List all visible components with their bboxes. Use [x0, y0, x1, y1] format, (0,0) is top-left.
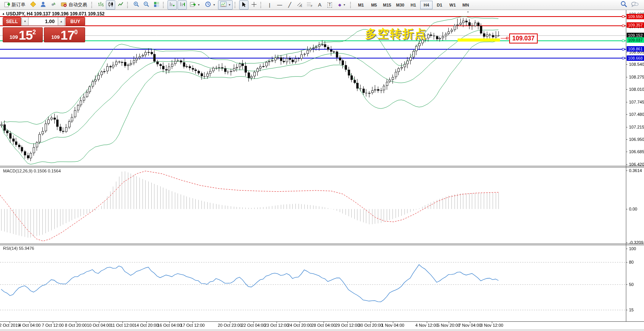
horizontal-line-tool-button[interactable]: — [275, 0, 284, 10]
time-axis-label: 8 Oct 20:00 [65, 323, 87, 328]
axis-tick-label: 106.950 [629, 137, 644, 142]
time-axis-label: 20 Oct 23:00 [218, 323, 242, 328]
zoom-in-button[interactable] [132, 0, 141, 10]
text-label-tool-button[interactable]: T [325, 0, 334, 10]
axis-tick-label: 0.00 [629, 207, 637, 211]
candlestick-mode-button[interactable] [106, 0, 115, 10]
timeframe-m15[interactable]: M15 [381, 1, 393, 9]
auto-trading-button[interactable]: 自动交易 [59, 0, 89, 10]
axis-tick-label: 15 [629, 308, 634, 312]
horizontal-line-icon: — [277, 2, 282, 8]
fibonacci-tool-button[interactable]: F [305, 0, 314, 10]
macd-indicator-label: MACD(12,26,9) 0.1506 0.1564 [3, 169, 61, 173]
line-chart-mode-button[interactable] [116, 0, 125, 10]
axis-tick-label: 106.420 [629, 162, 644, 167]
signals-button[interactable] [49, 0, 58, 10]
broadcast-icon [50, 1, 56, 8]
chart-shift-button[interactable] [178, 0, 187, 10]
buy-button[interactable]: BUY [65, 17, 85, 26]
buy-price-tile[interactable]: 109 17 0 [44, 27, 85, 42]
chart-shift-marker-icon[interactable]: ▼ [466, 10, 470, 14]
chevron-down-icon: ▾ [229, 3, 230, 7]
buy-price-point: 0 [74, 29, 78, 36]
person-icon [40, 1, 46, 8]
new-chart-dropdown[interactable]: ▾ [188, 0, 202, 10]
price-badge: 108.668 [627, 55, 644, 61]
sell-button[interactable]: SELL [3, 17, 21, 26]
symbol-tree-arrow-icon[interactable]: ▲ [2, 12, 5, 15]
toolbar-grip [127, 2, 129, 8]
axis-tick-label: 107.745 [629, 100, 644, 104]
toolbar-grip [235, 2, 236, 8]
timeframe-h4[interactable]: H4 [420, 1, 433, 9]
trendline-icon: ╱ [288, 2, 291, 8]
time-axis-label: 28 Oct 04:00 [312, 323, 336, 328]
shapes-icon: ◆ [338, 3, 341, 7]
volume-input[interactable] [29, 17, 58, 26]
market-watch-button[interactable] [29, 0, 38, 10]
chart-shift-icon [179, 2, 185, 8]
axis-tick-label: 108.540 [629, 62, 644, 67]
axis-tick-label: 100 [629, 246, 636, 251]
chevron-down-icon: ▾ [198, 3, 200, 7]
auto-scroll-button[interactable] [168, 0, 177, 10]
zoom-in-icon [133, 1, 139, 8]
periods-dropdown[interactable]: ▾ [203, 0, 217, 10]
auto-trading-label: 自动交易 [69, 2, 87, 8]
zoom-out-button[interactable] [142, 0, 151, 10]
sell-price-tile[interactable]: 109 15 2 [3, 27, 43, 42]
chat-icon[interactable] [631, 1, 639, 9]
chevron-down-icon: ▾ [344, 3, 345, 7]
cursor-tool-button[interactable] [239, 0, 248, 10]
vertical-line-tool-button[interactable]: | [265, 0, 274, 10]
toolbar: 新订单 自动交易 [0, 0, 644, 10]
buy-price-figure: 109 [51, 34, 60, 40]
search-icon[interactable] [621, 1, 627, 9]
volume-increase-button[interactable]: ▲ [58, 17, 65, 26]
auto-scroll-icon [169, 2, 175, 8]
svg-text:F: F [311, 5, 312, 7]
time-axis-label: 5 Nov 20:00 [437, 323, 460, 328]
axis-tick-label: 108.010 [629, 87, 644, 92]
chart-annotation-text[interactable]: 多空转折点 [365, 26, 427, 42]
volume-decrease-button[interactable]: ▼ [22, 17, 29, 26]
tile-windows-button[interactable] [152, 0, 161, 10]
price-badge: 109.357 [627, 22, 644, 28]
timeframe-mn[interactable]: MN [460, 1, 472, 9]
bar-chart-mode-button[interactable] [96, 0, 105, 10]
sell-price-figure: 109 [10, 34, 18, 40]
time-axis-label: 4 Nov 12:00 [415, 323, 438, 328]
time-axis-label: 7 Oct 12:00 [42, 323, 64, 328]
bar-chart-icon [98, 2, 104, 8]
new-order-button[interactable]: 新订单 [2, 0, 28, 10]
trendline-tool-button[interactable]: ╱ [285, 0, 294, 10]
timeframe-m30[interactable]: M30 [394, 1, 406, 9]
templates-dropdown[interactable]: ▾ [218, 0, 233, 10]
crosshair-tool-button[interactable] [249, 0, 258, 10]
price-badge: 109.037 [627, 37, 644, 43]
zoom-out-icon [143, 1, 149, 8]
new-order-icon [4, 2, 10, 8]
toolbar-grip [350, 2, 352, 8]
time-axis-label: 2 Oct 2019 [0, 323, 20, 328]
gold-diamond-icon [30, 1, 36, 8]
toolbar-right-icons [621, 1, 642, 9]
time-axis-label: 7 Nov 04:00 [458, 323, 481, 328]
timeframe-d1[interactable]: D1 [433, 1, 446, 9]
candlestick-icon [108, 2, 114, 8]
text-tool-button[interactable]: A [315, 0, 324, 10]
clock-icon [205, 1, 211, 8]
chart-canvas[interactable] [0, 0, 644, 331]
rsi-indicator-label: RSI(14) 55.9476 [3, 246, 34, 251]
timeframe-group: M1M5M15M30H1H4D1W1MN [354, 1, 472, 9]
arrows-dropdown[interactable]: ◆ ▾ [335, 0, 348, 10]
timeframe-w1[interactable]: W1 [446, 1, 459, 9]
price-callout-box[interactable]: 109.037 [509, 33, 538, 43]
text-label-icon: T [327, 2, 332, 8]
time-axis-label: 17 Oct 12:00 [181, 323, 205, 328]
timeframe-m5[interactable]: M5 [368, 1, 380, 9]
channel-tool-button[interactable]: E [295, 0, 304, 10]
timeframe-m1[interactable]: M1 [355, 1, 367, 9]
accounts-button[interactable] [39, 0, 48, 10]
timeframe-h1[interactable]: H1 [407, 1, 419, 9]
